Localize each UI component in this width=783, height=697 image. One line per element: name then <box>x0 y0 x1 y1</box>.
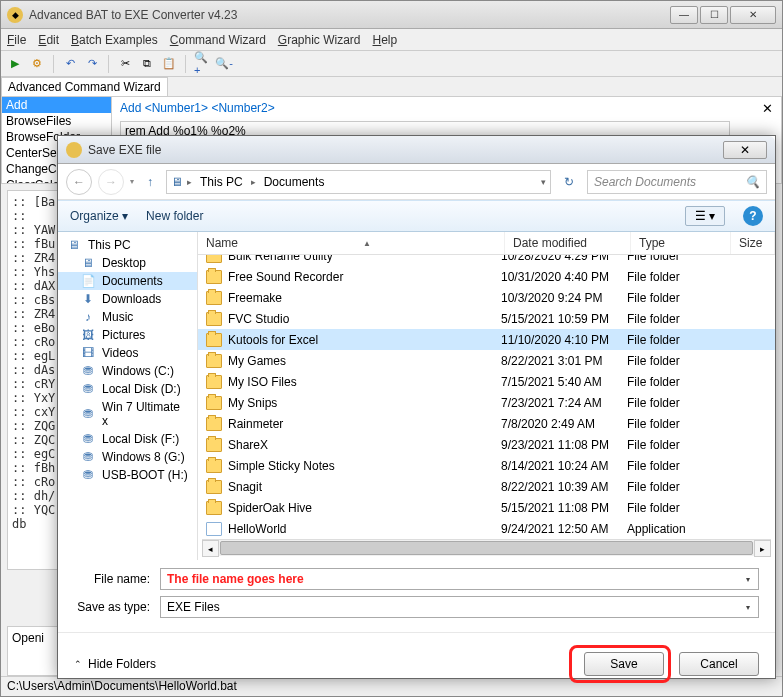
dialog-titlebar[interactable]: Save EXE file ✕ <box>58 136 775 164</box>
file-row[interactable]: ShareX9/23/2021 11:08 PMFile folder <box>198 434 775 455</box>
chevron-right-icon[interactable]: ▸ <box>187 177 192 187</box>
minimize-button[interactable]: — <box>670 6 698 24</box>
column-type[interactable]: Type <box>631 232 731 254</box>
tree-item[interactable]: ♪Music <box>58 308 197 326</box>
tree-item[interactable]: ⛃Windows 8 (G:) <box>58 448 197 466</box>
file-row[interactable]: My ISO Files7/15/2021 5:40 AMFile folder <box>198 371 775 392</box>
savetype-select[interactable]: EXE Files ▾ <box>160 596 759 618</box>
drive-icon: ⛃ <box>80 468 96 482</box>
file-row[interactable]: Kutools for Excel11/10/2020 4:10 PMFile … <box>198 329 775 350</box>
file-row[interactable]: HelloWorld9/24/2021 12:50 AMApplication <box>198 518 775 539</box>
column-name[interactable]: Name▲ <box>198 232 505 254</box>
maximize-button[interactable]: ☐ <box>700 6 728 24</box>
file-row[interactable]: My Games8/22/2021 3:01 PMFile folder <box>198 350 775 371</box>
cut-icon[interactable]: ✂ <box>117 56 133 72</box>
file-row[interactable]: Snagit8/22/2021 10:39 AMFile folder <box>198 476 775 497</box>
paste-icon[interactable]: 📋 <box>161 56 177 72</box>
gear-icon[interactable]: ⚙ <box>29 56 45 72</box>
tree-item[interactable]: 🎞Videos <box>58 344 197 362</box>
tree-item-label: This PC <box>88 238 131 252</box>
menu-command-wizard[interactable]: Command Wizard <box>170 33 266 47</box>
scroll-right-icon[interactable]: ▸ <box>754 540 771 557</box>
copy-icon[interactable]: ⧉ <box>139 56 155 72</box>
tree-item-label: Pictures <box>102 328 145 342</box>
close-icon[interactable]: ✕ <box>762 101 773 116</box>
new-folder-button[interactable]: New folder <box>146 209 203 223</box>
dialog-close-button[interactable]: ✕ <box>723 141 767 159</box>
menu-help[interactable]: Help <box>373 33 398 47</box>
tree-item[interactable]: 🖥Desktop <box>58 254 197 272</box>
hide-folders-button[interactable]: ⌃ Hide Folders <box>74 657 156 671</box>
file-row[interactable]: Bulk Rename Utility10/28/2020 4:29 PMFil… <box>198 255 775 266</box>
menu-file[interactable]: File <box>7 33 26 47</box>
tree-item[interactable]: ⬇Downloads <box>58 290 197 308</box>
file-row[interactable]: Free Sound Recorder10/31/2020 4:40 PMFil… <box>198 266 775 287</box>
view-options-button[interactable]: ☰ ▾ <box>685 206 725 226</box>
search-input[interactable]: Search Documents 🔍 <box>587 170 767 194</box>
file-date: 8/14/2021 10:24 AM <box>501 459 627 473</box>
undo-icon[interactable]: ↶ <box>62 56 78 72</box>
tree-item[interactable]: ⛃Local Disk (D:) <box>58 380 197 398</box>
tree-item[interactable]: ⛃USB-BOOT (H:) <box>58 466 197 484</box>
tree-item-label: Windows 8 (G:) <box>102 450 185 464</box>
tree-item-label: Videos <box>102 346 138 360</box>
tree-item[interactable]: 🖥This PC <box>58 236 197 254</box>
breadcrumb[interactable]: 🖥 ▸ This PC ▸ Documents ▾ <box>166 170 551 194</box>
filename-input[interactable]: The file name goes here ▾ <box>160 568 759 590</box>
file-date: 5/15/2021 11:08 PM <box>501 501 627 515</box>
chevron-down-icon[interactable]: ▾ <box>740 570 756 588</box>
menu-batch-examples[interactable]: Batch Examples <box>71 33 158 47</box>
main-titlebar[interactable]: ◆ Advanced BAT to EXE Converter v4.23 — … <box>1 1 782 29</box>
file-list-pane: Name▲ Date modified Type Size Bulk Renam… <box>198 232 775 560</box>
organize-button[interactable]: Organize ▾ <box>70 209 128 223</box>
refresh-icon[interactable]: ↻ <box>557 171 581 193</box>
tree-item[interactable]: ⛃Win 7 Ultimate x <box>58 398 197 430</box>
save-button[interactable]: Save <box>584 652 664 676</box>
search-icon: 🔍 <box>745 175 760 189</box>
chevron-right-icon[interactable]: ▸ <box>251 177 256 187</box>
file-type: File folder <box>627 255 727 263</box>
file-name: Freemake <box>228 291 501 305</box>
back-button[interactable]: ← <box>66 169 92 195</box>
breadcrumb-segment[interactable]: Documents <box>260 175 329 189</box>
file-row[interactable]: Freemake10/3/2020 9:24 PMFile folder <box>198 287 775 308</box>
pic-icon: 🖼 <box>80 328 96 342</box>
scroll-thumb[interactable] <box>220 541 753 555</box>
scroll-left-icon[interactable]: ◂ <box>202 540 219 557</box>
folder-icon <box>206 438 222 452</box>
file-list[interactable]: Bulk Rename Utility10/28/2020 4:29 PMFil… <box>198 255 775 539</box>
chevron-down-icon[interactable]: ▾ <box>740 598 756 616</box>
zoom-in-icon[interactable]: 🔍+ <box>194 56 210 72</box>
column-size[interactable]: Size <box>731 232 775 254</box>
list-item[interactable]: BrowseFiles <box>2 113 111 129</box>
file-row[interactable]: My Snips7/23/2021 7:24 AMFile folder <box>198 392 775 413</box>
column-headers[interactable]: Name▲ Date modified Type Size <box>198 232 775 255</box>
filename-label: File name: <box>74 572 160 586</box>
menu-edit[interactable]: Edit <box>38 33 59 47</box>
tree-item[interactable]: 📄Documents <box>58 272 197 290</box>
close-button[interactable]: ✕ <box>730 6 776 24</box>
file-row[interactable]: SpiderOak Hive5/15/2021 11:08 PMFile fol… <box>198 497 775 518</box>
tree-item[interactable]: ⛃Local Disk (F:) <box>58 430 197 448</box>
help-icon[interactable]: ? <box>743 206 763 226</box>
menu-graphic-wizard[interactable]: Graphic Wizard <box>278 33 361 47</box>
file-type: Application <box>627 522 727 536</box>
breadcrumb-segment[interactable]: This PC <box>196 175 247 189</box>
file-row[interactable]: Simple Sticky Notes8/14/2021 10:24 AMFil… <box>198 455 775 476</box>
file-row[interactable]: Rainmeter7/8/2020 2:49 AMFile folder <box>198 413 775 434</box>
horizontal-scrollbar[interactable]: ◂ ▸ <box>202 539 771 556</box>
cancel-button[interactable]: Cancel <box>679 652 759 676</box>
zoom-out-icon[interactable]: 🔍- <box>216 56 232 72</box>
play-icon[interactable]: ▶ <box>7 56 23 72</box>
up-button[interactable]: ↑ <box>140 172 160 192</box>
tree-item[interactable]: ⛃Windows (C:) <box>58 362 197 380</box>
tree-item[interactable]: 🖼Pictures <box>58 326 197 344</box>
list-item[interactable]: Add <box>2 97 111 113</box>
column-date[interactable]: Date modified <box>505 232 631 254</box>
chevron-down-icon[interactable]: ▾ <box>541 177 546 187</box>
file-row[interactable]: FVC Studio5/15/2021 10:59 PMFile folder <box>198 308 775 329</box>
redo-icon[interactable]: ↷ <box>84 56 100 72</box>
navigation-tree[interactable]: 🖥This PC🖥Desktop📄Documents⬇Downloads♪Mus… <box>58 232 198 560</box>
forward-button[interactable]: → <box>98 169 124 195</box>
recent-dropdown-icon[interactable]: ▾ <box>130 177 134 186</box>
